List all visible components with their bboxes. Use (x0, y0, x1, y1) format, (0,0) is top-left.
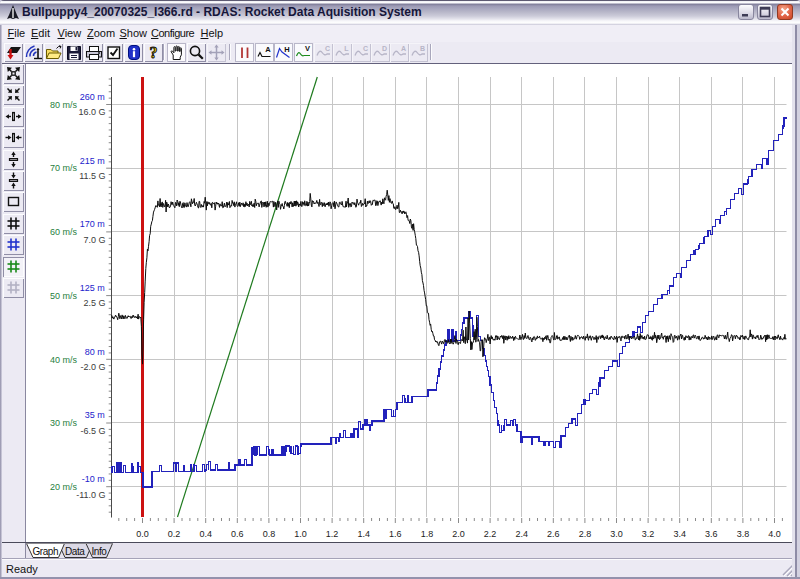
svg-text:1.6: 1.6 (389, 529, 402, 539)
svg-text:C: C (362, 45, 367, 52)
svg-text:1.4: 1.4 (357, 529, 370, 539)
svg-text:7.0 G: 7.0 G (83, 235, 105, 245)
svg-text:3.8: 3.8 (737, 529, 750, 539)
svg-text:?: ? (150, 44, 158, 61)
svg-text:35 m: 35 m (85, 410, 105, 420)
svg-text:215 m: 215 m (80, 156, 105, 166)
svg-text:A: A (265, 45, 271, 54)
svg-text:80 m: 80 m (85, 347, 105, 357)
svg-text:125 m: 125 m (80, 283, 105, 293)
svg-text:0.4: 0.4 (199, 529, 212, 539)
svg-text:1.8: 1.8 (421, 529, 434, 539)
svg-text:40 m/s: 40 m/s (50, 355, 78, 365)
svg-text:H: H (284, 45, 289, 54)
svg-text:30 m/s: 30 m/s (50, 418, 78, 428)
svg-text:60 m/s: 60 m/s (50, 227, 78, 237)
svg-text:-10 m: -10 m (82, 474, 105, 484)
svg-text:1.2: 1.2 (326, 529, 339, 539)
svg-text:-6.5 G: -6.5 G (80, 426, 105, 436)
svg-text:2.2: 2.2 (484, 529, 497, 539)
svg-text:3.0: 3.0 (610, 529, 623, 539)
svg-text:V: V (304, 44, 309, 53)
svg-text:B: B (419, 45, 424, 52)
svg-text:1.0: 1.0 (294, 529, 307, 539)
svg-text:0.2: 0.2 (168, 529, 181, 539)
svg-text:0.6: 0.6 (231, 529, 244, 539)
svg-text:2.4: 2.4 (515, 529, 528, 539)
svg-text:D: D (381, 45, 386, 52)
svg-text:C: C (324, 45, 329, 52)
svg-text:3.6: 3.6 (705, 529, 718, 539)
svg-text:-11.0 G: -11.0 G (76, 490, 105, 500)
svg-text:170 m: 170 m (80, 219, 105, 229)
svg-text:2.5 G: 2.5 G (83, 298, 105, 308)
svg-text:2.0: 2.0 (452, 529, 465, 539)
svg-text:-2.0 G: -2.0 G (80, 362, 105, 372)
svg-text:L: L (344, 45, 349, 52)
svg-text:80 m/s: 80 m/s (50, 100, 78, 110)
svg-text:16.0 G: 16.0 G (78, 107, 105, 117)
svg-text:11.5 G: 11.5 G (79, 171, 105, 181)
svg-text:0.8: 0.8 (263, 529, 276, 539)
svg-text:70 m/s: 70 m/s (50, 163, 78, 173)
svg-text:A: A (400, 45, 405, 52)
svg-text:20 m/s: 20 m/s (50, 482, 78, 492)
svg-text:3.2: 3.2 (642, 529, 655, 539)
svg-text:50 m/s: 50 m/s (50, 291, 78, 301)
svg-text:260 m: 260 m (80, 92, 105, 102)
svg-text:2.8: 2.8 (579, 529, 592, 539)
svg-text:2.6: 2.6 (547, 529, 560, 539)
svg-text:3.4: 3.4 (673, 529, 686, 539)
svg-text:0.0: 0.0 (136, 529, 149, 539)
svg-text:4.0: 4.0 (768, 529, 781, 539)
